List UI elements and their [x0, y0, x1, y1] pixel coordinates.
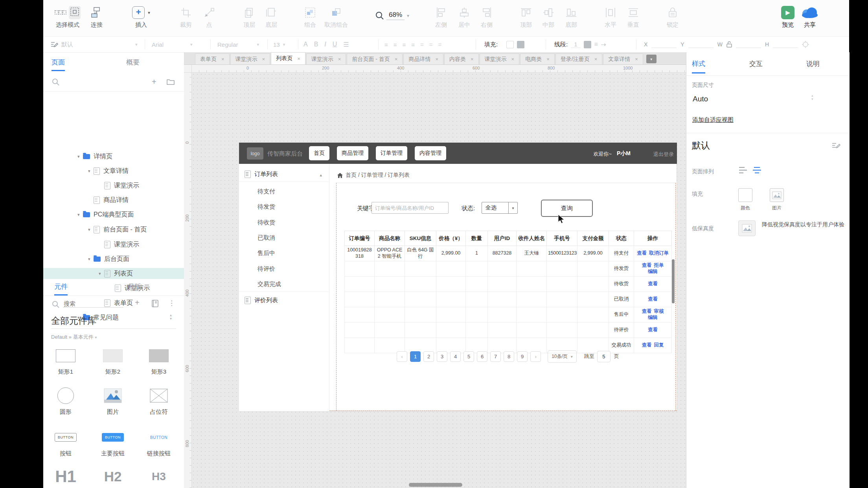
- proto-logo[interactable]: logo: [247, 147, 263, 160]
- close-icon[interactable]: ×: [511, 56, 515, 62]
- tab-interaction[interactable]: 交互: [749, 59, 763, 68]
- proto-logout-link[interactable]: 退出登录: [653, 151, 674, 158]
- close-icon[interactable]: ×: [297, 56, 300, 62]
- add-adaptive-view-link[interactable]: 添加自适应视图: [692, 116, 734, 124]
- tab-class-demo-1[interactable]: 课堂演示×: [230, 53, 270, 64]
- insert-dropdown-arrow[interactable]: ▾: [148, 10, 150, 15]
- expand-arrow[interactable]: ▾: [88, 169, 94, 174]
- widget-placeholder[interactable]: 占位符: [137, 387, 181, 416]
- tree-item-page[interactable]: 课堂演示: [43, 239, 184, 250]
- proto-sidebar-item[interactable]: 售后中: [257, 250, 275, 257]
- fill-color-swatch[interactable]: 颜色: [738, 188, 752, 211]
- x-input[interactable]: [651, 41, 677, 48]
- widget-rect3[interactable]: 矩形3: [137, 347, 181, 376]
- proto-nav-orders[interactable]: 订单管理: [376, 146, 407, 160]
- action-link[interactable]: 查看: [637, 250, 647, 256]
- page-size-value[interactable]: Auto: [693, 95, 708, 103]
- fill-control[interactable]: 填充:: [484, 37, 524, 52]
- page-button[interactable]: 8: [504, 351, 514, 362]
- tree-item-folder[interactable]: ▾详情页: [43, 151, 184, 162]
- proto-username[interactable]: P小M: [617, 150, 631, 157]
- status-select[interactable]: 全选 ▾: [482, 202, 518, 214]
- widget-link-button[interactable]: BUTTON链接按钮: [137, 429, 181, 457]
- y-input[interactable]: [688, 41, 714, 48]
- tab-style[interactable]: 样式: [692, 59, 705, 73]
- proto-sidebar-item[interactable]: 待收货: [257, 219, 275, 226]
- widget-button[interactable]: BUTTON按钮: [44, 429, 88, 457]
- page-button[interactable]: 2: [423, 351, 434, 362]
- font-weight-dropdown[interactable]: Regular ▾: [217, 37, 259, 52]
- action-link[interactable]: 编辑: [648, 315, 658, 320]
- page-size-stepper-icon[interactable]: ▴▾: [811, 94, 813, 101]
- expand-arrow[interactable]: ▾: [88, 257, 94, 262]
- jump-input[interactable]: [597, 351, 611, 362]
- canvas-horizontal-scrollbar[interactable]: [409, 483, 462, 487]
- search-icon[interactable]: [52, 78, 60, 88]
- action-link[interactable]: 查看: [642, 262, 652, 268]
- lowfi-thumbnail[interactable]: [738, 220, 756, 236]
- page-button[interactable]: 3: [437, 351, 447, 362]
- tab-widgets[interactable]: 元件: [54, 282, 68, 295]
- page-button[interactable]: 5: [463, 351, 474, 362]
- tree-item-page[interactable]: ▾文章详情: [43, 165, 184, 176]
- tab-frontend-home[interactable]: 前台页面 - 首页×: [347, 53, 403, 64]
- close-icon[interactable]: ×: [635, 56, 638, 62]
- widget-primary-button[interactable]: BUTTON主要按钮: [91, 429, 135, 457]
- proto-sidebar-item[interactable]: 待评价: [257, 265, 275, 273]
- widget-search-icon[interactable]: [52, 301, 60, 310]
- proto-sidebar-orders[interactable]: 订单列表: [245, 171, 278, 178]
- page-button[interactable]: 9: [517, 351, 528, 362]
- widget-circle[interactable]: 圆形: [44, 387, 88, 416]
- action-link[interactable]: 查看: [642, 308, 652, 314]
- tab-article-detail[interactable]: 文章详情×: [603, 53, 643, 64]
- per-page-select[interactable]: 10条/页▾: [548, 350, 577, 363]
- tab-form-page[interactable]: 表单页×: [195, 53, 230, 64]
- tab-outline[interactable]: 概要: [126, 58, 140, 67]
- close-icon[interactable]: ×: [395, 56, 398, 62]
- action-link[interactable]: 查看: [648, 281, 658, 286]
- edit-style-icon[interactable]: [832, 142, 840, 151]
- widget-image[interactable]: 图片: [91, 387, 135, 416]
- tab-overflow-button[interactable]: ▾: [646, 55, 657, 63]
- style-preset-dropdown[interactable]: 默认 ▾: [50, 37, 138, 52]
- tab-class-demo-3[interactable]: 课堂演示×: [480, 53, 520, 64]
- prev-page-button[interactable]: ‹: [397, 351, 407, 362]
- keyword-input[interactable]: [371, 202, 449, 214]
- close-icon[interactable]: ×: [435, 56, 438, 62]
- action-link[interactable]: 查看: [648, 327, 658, 332]
- widget-rect2[interactable]: 矩形2: [91, 347, 135, 376]
- proto-sidebar-item[interactable]: 待支付: [257, 188, 275, 195]
- proto-sidebar-reviews[interactable]: 评价列表: [245, 297, 278, 304]
- action-link[interactable]: 拒单: [654, 262, 664, 268]
- zoom-value[interactable]: 68%: [386, 11, 405, 20]
- widget-search-input[interactable]: [63, 300, 123, 308]
- add-library-icon[interactable]: +: [135, 298, 140, 307]
- add-page-icon[interactable]: +: [152, 77, 156, 86]
- proto-nav-products[interactable]: 商品管理: [337, 146, 368, 160]
- expand-arrow[interactable]: ▾: [99, 271, 104, 276]
- table-scrollbar[interactable]: [672, 259, 675, 303]
- collapse-icon[interactable]: ▴: [320, 172, 322, 178]
- action-link[interactable]: 取消订单: [649, 250, 669, 256]
- proto-nav-home[interactable]: 首页: [309, 146, 329, 160]
- widget-h2[interactable]: H2: [91, 468, 135, 485]
- page-button[interactable]: 7: [490, 351, 501, 362]
- expand-arrow[interactable]: ▾: [77, 212, 83, 217]
- tab-list-page[interactable]: 列表页×: [271, 52, 305, 64]
- page-button[interactable]: 4: [450, 351, 461, 362]
- fill-image-swatch[interactable]: 图片: [770, 188, 784, 211]
- preview-button[interactable]: ▶ 预览: [776, 6, 800, 29]
- tab-ecommerce[interactable]: 电商类×: [520, 53, 555, 64]
- zoom-dropdown-arrow[interactable]: ▾: [407, 13, 409, 18]
- action-link[interactable]: 查看: [642, 342, 652, 348]
- connect-tool[interactable]: 连接: [79, 6, 114, 29]
- next-page-button[interactable]: ›: [530, 351, 541, 362]
- action-link[interactable]: 审核: [654, 308, 664, 314]
- close-icon[interactable]: ×: [594, 56, 598, 62]
- insert-tool[interactable]: +▾ 插入: [123, 6, 159, 29]
- widget-rect1[interactable]: 矩形1: [44, 347, 88, 376]
- line-control[interactable]: 线段: 1 ≡ ⇢: [554, 37, 606, 52]
- close-icon[interactable]: ×: [338, 56, 341, 62]
- tree-item-folder[interactable]: ▾PC端典型页面: [43, 209, 184, 220]
- library-path[interactable]: Default » 基本元件 ▾: [51, 334, 97, 341]
